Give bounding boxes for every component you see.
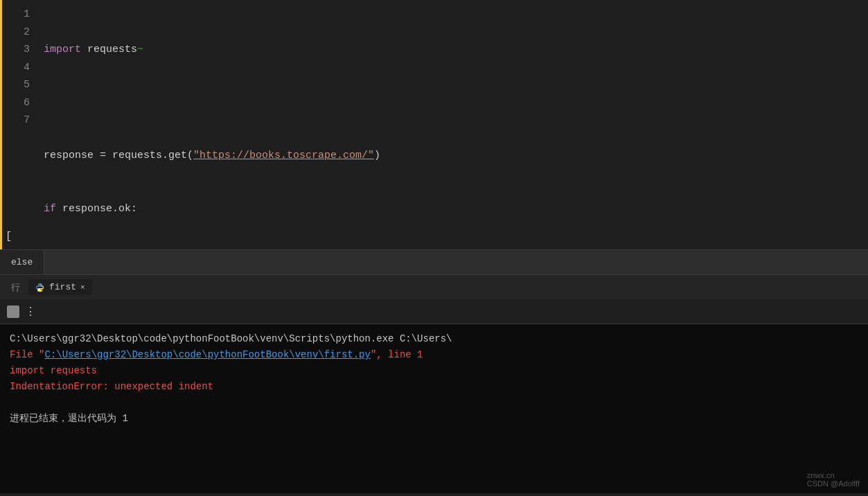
terminal-line-3: import requests xyxy=(10,363,858,379)
line-num-1: 1 xyxy=(6,6,30,24)
terminal-tab-first[interactable]: first × xyxy=(28,279,92,295)
ellipsis-button[interactable]: ⋮ xyxy=(25,305,36,319)
terminal-line-6: 进程已结束，退出代码为 1 xyxy=(10,411,858,427)
code-line-2 xyxy=(38,94,868,112)
line-num-4: 4 xyxy=(6,59,30,77)
terminal-tab-label: first xyxy=(49,282,76,292)
line-num-7: 7 xyxy=(6,112,30,130)
terminal-line-5 xyxy=(10,395,858,411)
terminal-line-2: File "C:\Users\ggr32\Desktop\code\python… xyxy=(10,347,858,363)
code-editor: 1 2 3 4 5 6 7 import requests~ response … xyxy=(0,0,868,249)
terminal-line-4: IndentationError: unexpected indent xyxy=(10,379,858,395)
code-container: 1 2 3 4 5 6 7 import requests~ response … xyxy=(0,0,868,223)
watermark-author: CSDN @Adolfff xyxy=(807,479,860,488)
python-icon xyxy=(35,283,45,292)
line-num-6: 6 xyxy=(6,94,30,112)
watermark-site: znwx.cn xyxy=(807,471,860,479)
code-line-1: import requests~ xyxy=(38,41,868,59)
terminal-tabs-bar: 行 first × xyxy=(0,274,868,299)
line-num-2: 2 xyxy=(6,24,30,42)
code-content[interactable]: import requests~ response = requests.get… xyxy=(38,0,868,223)
line-numbers: 1 2 3 4 5 6 7 xyxy=(0,0,38,223)
close-terminal-tab-button[interactable]: × xyxy=(80,283,85,292)
terminal-output: C:\Users\ggr32\Desktop\code\pythonFootBo… xyxy=(0,324,868,493)
stop-button[interactable] xyxy=(7,305,19,318)
terminal-toolbar: ⋮ xyxy=(0,299,868,324)
editor-accent xyxy=(0,0,2,249)
run-label: 行 xyxy=(6,281,26,294)
terminal-line-1: C:\Users\ggr32\Desktop\code\pythonFootBo… xyxy=(10,331,858,347)
code-line-4: if response.ok: xyxy=(38,200,868,218)
bracket-char: [ xyxy=(6,231,12,242)
bracket-line: [ xyxy=(0,223,868,249)
line-num-5: 5 xyxy=(6,76,30,94)
else-tab-label: else xyxy=(11,257,33,267)
code-line-3: response = requests.get("https://books.t… xyxy=(38,147,868,165)
else-tab[interactable]: else xyxy=(0,250,44,274)
line-num-3: 3 xyxy=(6,41,30,59)
terminal-wrapper: 行 first × ⋮ C:\Users\ggr32\Desktop\code\… xyxy=(0,274,868,493)
status-bar: else xyxy=(0,249,868,274)
watermark: znwx.cn CSDN @Adolfff xyxy=(807,471,860,488)
